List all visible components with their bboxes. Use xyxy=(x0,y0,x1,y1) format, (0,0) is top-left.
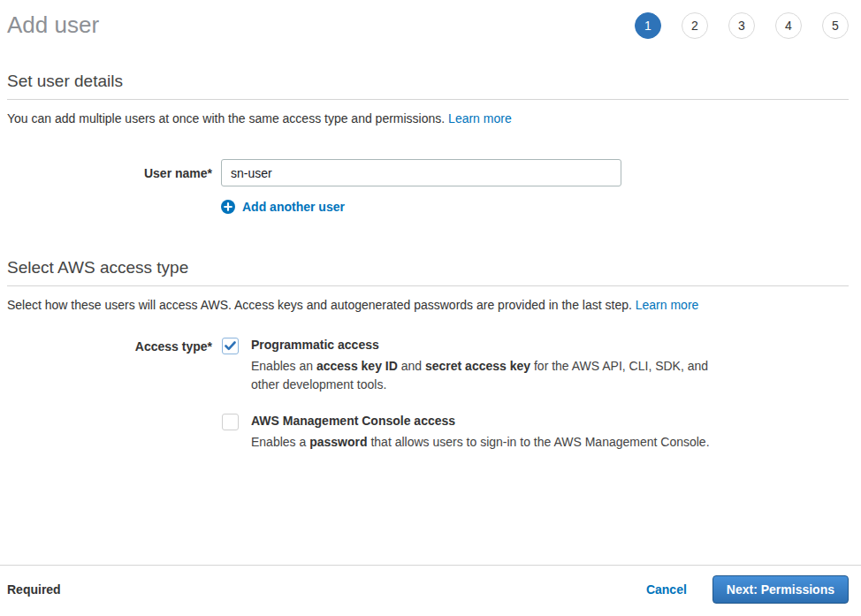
wizard-footer: Required Cancel Next: Permissions xyxy=(0,565,861,616)
learn-more-link-access-type[interactable]: Learn more xyxy=(636,298,699,312)
access-type-description-text: Select how these users will access AWS. … xyxy=(7,298,632,312)
wizard-step-2: 2 xyxy=(682,12,708,39)
main-content: Set user details You can add multiple us… xyxy=(0,39,861,452)
checkmark-icon xyxy=(225,341,236,351)
programmatic-access-desc: Enables an access key ID and secret acce… xyxy=(251,357,714,394)
wizard-step-4: 4 xyxy=(775,12,802,39)
console-access-row: AWS Management Console access Enables a … xyxy=(7,414,849,452)
wizard-step-3: 3 xyxy=(728,12,755,39)
wizard-step-5: 5 xyxy=(822,12,849,39)
console-access-title: AWS Management Console access xyxy=(251,414,710,428)
console-access-option: AWS Management Console access Enables a … xyxy=(222,414,710,452)
programmatic-access-checkbox[interactable] xyxy=(222,338,239,354)
console-access-desc: Enables a password that allows users to … xyxy=(251,433,710,452)
desc-bold: password xyxy=(309,435,367,449)
footer-actions: Cancel Next: Permissions xyxy=(646,575,849,604)
programmatic-access-title: Programmatic access xyxy=(251,338,714,352)
desc-text: that allows users to sign-in to the AWS … xyxy=(368,435,710,449)
user-name-row: User name* xyxy=(7,159,849,186)
user-name-input[interactable] xyxy=(221,159,621,186)
console-access-checkbox[interactable] xyxy=(222,414,239,430)
learn-more-link-user-details[interactable]: Learn more xyxy=(448,111,512,125)
access-type-description: Select how these users will access AWS. … xyxy=(7,296,849,314)
plus-circle-icon xyxy=(221,200,235,214)
programmatic-access-body: Programmatic access Enables an access ke… xyxy=(251,338,714,394)
cancel-button[interactable]: Cancel xyxy=(646,582,687,597)
console-access-body: AWS Management Console access Enables a … xyxy=(251,414,710,452)
divider xyxy=(7,99,849,100)
add-another-user-row: Add another user xyxy=(7,200,849,214)
page-title: Add user xyxy=(7,11,99,39)
page-header: Add user 1 2 3 4 5 xyxy=(0,0,861,39)
label-spacer xyxy=(7,414,212,415)
user-details-description-text: You can add multiple users at once with … xyxy=(7,111,445,125)
programmatic-access-option: Programmatic access Enables an access ke… xyxy=(222,338,714,394)
desc-text: Enables an xyxy=(251,359,316,373)
divider xyxy=(7,285,849,286)
desc-bold: access key ID xyxy=(316,359,398,373)
required-note: Required xyxy=(7,582,61,597)
add-another-user-button[interactable]: Add another user xyxy=(221,200,345,214)
desc-text: and xyxy=(398,359,425,373)
programmatic-access-row: Access type* Programmatic access Enables… xyxy=(7,338,849,394)
access-type-label: Access type* xyxy=(7,338,212,354)
user-details-description: You can add multiple users at once with … xyxy=(7,110,849,127)
wizard-steps: 1 2 3 4 5 xyxy=(635,12,849,39)
add-another-user-label: Add another user xyxy=(242,200,345,214)
section-heading-user-details: Set user details xyxy=(7,72,849,91)
section-heading-access-type: Select AWS access type xyxy=(7,258,849,278)
user-name-label: User name* xyxy=(7,166,212,180)
desc-text: Enables a xyxy=(251,435,309,449)
wizard-step-1: 1 xyxy=(635,12,661,39)
desc-bold: secret access key xyxy=(425,359,530,373)
add-user-page: Add user 1 2 3 4 5 Set user details You … xyxy=(0,0,861,616)
next-permissions-button[interactable]: Next: Permissions xyxy=(712,575,849,604)
